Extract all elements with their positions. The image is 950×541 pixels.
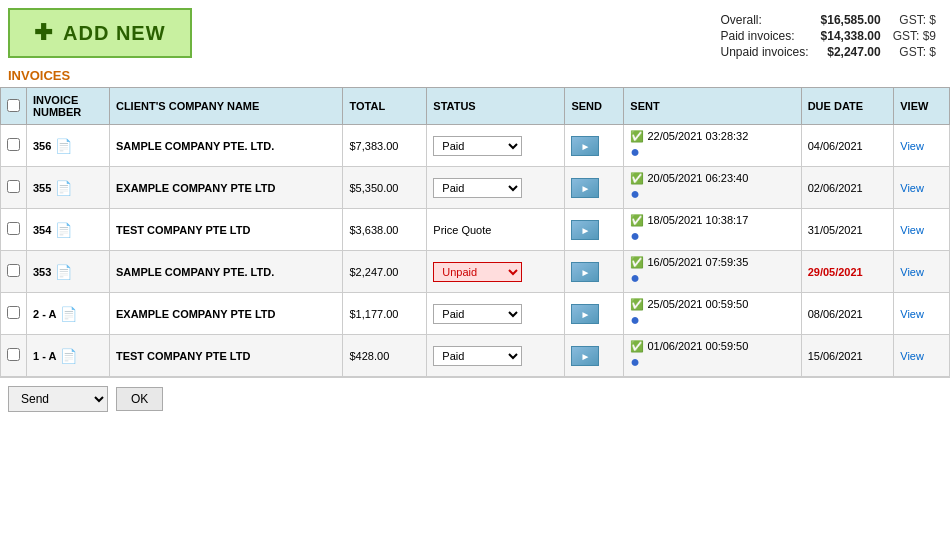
company-name: EXAMPLE COMPANY PTE LTD: [116, 182, 276, 194]
send-cell: ►: [565, 167, 624, 209]
view-cell: View: [894, 293, 950, 335]
table-row: 356 📄 SAMPLE COMPANY PTE. LTD.$7,383.00 …: [1, 125, 950, 167]
status-select[interactable]: Paid Unpaid Price Quote: [433, 346, 522, 366]
view-link[interactable]: View: [900, 182, 924, 194]
invoice-number: 354 📄: [33, 222, 103, 238]
row-checkbox-cell: [1, 251, 27, 293]
invoice-id: 353: [33, 266, 51, 278]
due-date-cell: 15/06/2021: [801, 335, 894, 377]
sent-dot-icon: ●: [630, 143, 640, 160]
send-button[interactable]: ►: [571, 304, 599, 324]
row-checkbox[interactable]: [7, 180, 20, 193]
row-checkbox-cell: [1, 335, 27, 377]
sent-dot-icon: ●: [630, 227, 640, 244]
due-date: 29/05/2021: [808, 266, 863, 278]
status-select[interactable]: Paid Unpaid Price Quote: [433, 262, 522, 282]
status-cell: Paid Unpaid Price Quote: [427, 125, 565, 167]
sent-check-icon: ✅: [630, 340, 644, 352]
status-select[interactable]: Paid Unpaid Price Quote: [433, 304, 522, 324]
due-date: 31/05/2021: [808, 224, 863, 236]
send-envelope-icon: ►: [571, 136, 599, 156]
total-cell: $428.00: [343, 335, 427, 377]
total-cell: $1,177.00: [343, 293, 427, 335]
unpaid-label: Unpaid invoices:: [715, 44, 815, 60]
row-checkbox[interactable]: [7, 348, 20, 361]
row-checkbox-cell: [1, 125, 27, 167]
send-button[interactable]: ►: [571, 346, 599, 366]
pdf-icon[interactable]: 📄: [55, 180, 72, 196]
send-button[interactable]: ►: [571, 136, 599, 156]
invoice-total: $2,247.00: [349, 266, 398, 278]
send-button[interactable]: ►: [571, 262, 599, 282]
send-cell: ►: [565, 293, 624, 335]
status-select[interactable]: Paid Unpaid Price Quote: [433, 178, 522, 198]
send-envelope-icon: ►: [571, 178, 599, 198]
invoice-number-cell: 354 📄: [27, 209, 110, 251]
row-checkbox[interactable]: [7, 306, 20, 319]
view-link[interactable]: View: [900, 140, 924, 152]
header-invoice-number: INVOICENUMBER: [27, 88, 110, 125]
view-link[interactable]: View: [900, 350, 924, 362]
view-cell: View: [894, 125, 950, 167]
invoice-table: INVOICENUMBER CLIENT'S COMPANY NAME TOTA…: [0, 87, 950, 377]
bulk-action-select[interactable]: Send Delete Mark Paid: [8, 386, 108, 412]
sent-dot-icon: ●: [630, 353, 640, 370]
header-checkbox-col: [1, 88, 27, 125]
add-new-button[interactable]: ✚ ADD NEW: [8, 8, 192, 58]
header-status: STATUS: [427, 88, 565, 125]
sent-cell: ✅ 25/05/2021 00:59:50 ●: [624, 293, 801, 335]
row-checkbox[interactable]: [7, 138, 20, 151]
header-send: SEND: [565, 88, 624, 125]
sent-check-icon: ✅: [630, 256, 644, 268]
status-select[interactable]: Paid Unpaid Price Quote: [433, 136, 522, 156]
invoice-id: 356: [33, 140, 51, 152]
table-row: 1 - A 📄 TEST COMPANY PTE LTD$428.00 Paid…: [1, 335, 950, 377]
sent-timestamp: 18/05/2021 10:38:17: [647, 214, 748, 226]
send-button[interactable]: ►: [571, 178, 599, 198]
view-link[interactable]: View: [900, 308, 924, 320]
sent-dot-icon: ●: [630, 269, 640, 286]
due-date: 08/06/2021: [808, 308, 863, 320]
sent-cell: ✅ 22/05/2021 03:28:32 ●: [624, 125, 801, 167]
company-name: SAMPLE COMPANY PTE. LTD.: [116, 266, 274, 278]
sent-info: ✅ 16/05/2021 07:59:35 ●: [630, 256, 794, 287]
view-link[interactable]: View: [900, 224, 924, 236]
paid-amount: $14,338.00: [815, 28, 887, 44]
pdf-icon[interactable]: 📄: [55, 138, 72, 154]
header-row: ✚ ADD NEW Overall: $16,585.00 GST: $ Pai…: [0, 0, 950, 64]
status-cell: Paid Unpaid Price Quote: [427, 335, 565, 377]
pdf-icon[interactable]: 📄: [60, 306, 77, 322]
status-cell: Paid Unpaid Price Quote: [427, 293, 565, 335]
header-due-date: DUE DATE: [801, 88, 894, 125]
invoice-number: 356 📄: [33, 138, 103, 154]
ok-button[interactable]: OK: [116, 387, 163, 411]
unpaid-amount: $2,247.00: [815, 44, 887, 60]
pdf-icon[interactable]: 📄: [60, 348, 77, 364]
row-checkbox[interactable]: [7, 264, 20, 277]
invoice-number: 1 - A 📄: [33, 348, 103, 364]
status-cell: Paid Unpaid Price Quote: [427, 167, 565, 209]
company-name: TEST COMPANY PTE LTD: [116, 224, 250, 236]
view-cell: View: [894, 209, 950, 251]
sent-check-icon: ✅: [630, 298, 644, 310]
invoice-number-cell: 1 - A 📄: [27, 335, 110, 377]
sent-check-icon: ✅: [630, 172, 644, 184]
footer-bar: Send Delete Mark Paid OK: [0, 377, 950, 420]
total-cell: $3,638.00: [343, 209, 427, 251]
total-cell: $5,350.00: [343, 167, 427, 209]
pdf-icon[interactable]: 📄: [55, 264, 72, 280]
status-cell: Paid Unpaid Price Quote: [427, 251, 565, 293]
invoice-total: $7,383.00: [349, 140, 398, 152]
pdf-icon[interactable]: 📄: [55, 222, 72, 238]
invoice-number-cell: 356 📄: [27, 125, 110, 167]
send-button[interactable]: ►: [571, 220, 599, 240]
view-link[interactable]: View: [900, 266, 924, 278]
row-checkbox[interactable]: [7, 222, 20, 235]
sent-info: ✅ 20/05/2021 06:23:40 ●: [630, 172, 794, 203]
overall-gst: GST: $: [887, 12, 942, 28]
select-all-checkbox[interactable]: [7, 99, 20, 112]
sent-info: ✅ 01/06/2021 00:59:50 ●: [630, 340, 794, 371]
due-date-cell: 04/06/2021: [801, 125, 894, 167]
invoice-total: $428.00: [349, 350, 389, 362]
table-row: 353 📄 SAMPLE COMPANY PTE. LTD.$2,247.00 …: [1, 251, 950, 293]
